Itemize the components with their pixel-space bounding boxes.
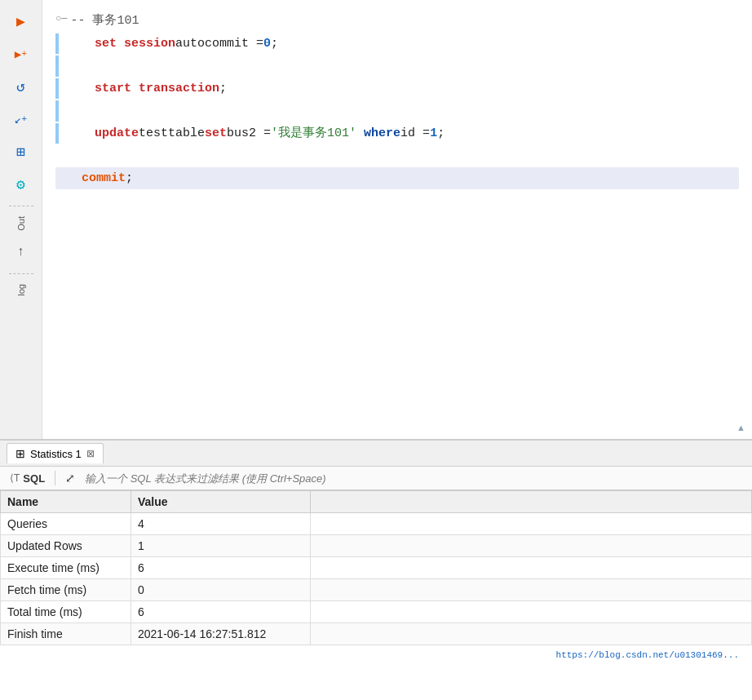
cell-name: Execute time (ms) [1,557,131,579]
main-area: ▶ ▶+ ↺ ↙+ ⊞ ⚙ Out ↑ log ○— -- 事务101 set … [0,0,752,439]
cell-extra [311,623,752,645]
cell-extra [311,557,752,579]
sql-label: SQL [23,472,45,485]
line-bar-2 [55,55,59,77]
line-bar-4 [55,100,59,122]
code-plain-testtable: testtable [139,123,205,144]
sidebar-divider-1 [9,206,33,206]
statistics-tab-label: Statistics 1 [30,448,82,460]
kw-set: set [95,33,117,55]
toolbar-bar: ⟨T SQL ⤢ [0,467,752,490]
tab-close-button[interactable]: ⊠ [86,448,95,459]
kw-transaction: transaction [139,78,219,100]
sidebar-divider-2 [9,273,33,274]
code-line-start: start transaction ; [55,78,739,100]
url-bar: https://blog.csdn.net/u01301469... [0,645,752,663]
filter-input[interactable] [85,472,745,485]
table-row: Total time (ms)6 [1,601,752,623]
kw-start: start [95,78,131,100]
line-bar-1 [55,33,59,55]
cell-name: Finish time [1,623,131,645]
code-plain-bus2: bus2 = [227,123,271,144]
code-num-1: 1 [430,123,437,144]
table-header-row: Name Value [1,491,752,513]
play-icon[interactable]: ▶ [7,7,36,36]
col-header-name: Name [1,491,131,513]
cell-value: 0 [131,579,311,601]
refresh-icon[interactable]: ↺ [7,72,36,101]
code-line-set: set session autocommit = 0 ; [55,33,739,55]
line-bar-5 [55,123,59,144]
cell-extra [311,579,752,601]
expand-icon: ⤢ [65,472,75,485]
cell-extra [311,513,752,535]
toolbar-divider [55,471,55,485]
code-blank-3 [55,144,739,167]
sql-button[interactable]: ⟨T SQL [7,471,48,486]
code-plain-id: id = [400,123,430,144]
cell-name: Queries [1,513,131,535]
bottom-panel: ⊞ Statistics 1 ⊠ ⟨T SQL ⤢ Name Value [0,439,752,700]
code-line-update: update testtable set bus2 = '我是事务101' wh… [55,122,739,145]
sql-icon: ⟨T [10,472,20,484]
col-header-value: Value [131,491,311,513]
line-bar-3 [55,78,59,100]
table-row: Fetch time (ms)0 [1,579,752,601]
code-comment-line: ○— -- 事务101 [55,10,739,33]
table-row: Finish time2021-06-14 16:27:51.812 [1,623,752,645]
code-string: '我是事务101' [271,123,356,144]
statistics-tab-icon: ⊞ [15,447,25,460]
kw-update: update [95,123,139,144]
url-text[interactable]: https://blog.csdn.net/u01301469... [556,650,745,660]
cell-name: Updated Rows [1,535,131,557]
table-row: Queries4 [1,513,752,535]
cell-value: 1 [131,535,311,557]
cell-value: 2021-06-14 16:27:51.812 [131,623,311,645]
settings-icon[interactable]: ⚙ [7,170,36,199]
cell-name: Fetch time (ms) [1,579,131,601]
kw-where: where [364,123,400,144]
table-row: Updated Rows1 [1,535,752,557]
cell-extra [311,601,752,623]
cell-name: Total time (ms) [1,601,131,623]
step-over-icon[interactable]: ▶+ [7,39,36,69]
cell-value: 6 [131,557,311,579]
step-into-icon[interactable]: ↙+ [7,104,36,134]
code-line-commit: commit ; [55,167,739,190]
statistics-tab[interactable]: ⊞ Statistics 1 ⊠ [7,443,104,463]
tab-bar: ⊞ Statistics 1 ⊠ [0,441,752,467]
code-blank-1 [55,55,739,78]
export-icon[interactable]: ↑ [7,237,36,267]
sidebar: ▶ ▶+ ↺ ↙+ ⊞ ⚙ Out ↑ log [0,0,42,439]
log-label: log [16,284,26,296]
cell-value: 6 [131,601,311,623]
table-row: Execute time (ms)6 [1,557,752,579]
col-header-extra [311,491,752,513]
code-editor[interactable]: ○— -- 事务101 set session autocommit = 0 ;… [42,0,752,439]
kw-session: session [124,33,175,55]
out-label: Out [16,216,26,231]
stats-table: Name Value Queries4Updated Rows1Execute … [0,490,752,700]
comment-text: -- 事务101 [70,11,139,32]
kw-commit: commit [82,168,126,189]
watermark-icon: ▲ [737,423,745,432]
statistics-table: Name Value Queries4Updated Rows1Execute … [0,490,752,645]
code-blank-2 [55,100,739,122]
stats-tbody: Queries4Updated Rows1Execute time (ms)6F… [1,513,752,645]
table-icon[interactable]: ⊞ [7,137,36,166]
cell-value: 4 [131,513,311,535]
kw-set2: set [205,123,227,144]
cell-extra [311,535,752,557]
code-num-0: 0 [263,33,271,55]
code-plain-autocommit: autocommit = [175,33,263,55]
expand-button[interactable]: ⤢ [62,470,78,486]
fold-icon[interactable]: ○— [55,11,67,27]
